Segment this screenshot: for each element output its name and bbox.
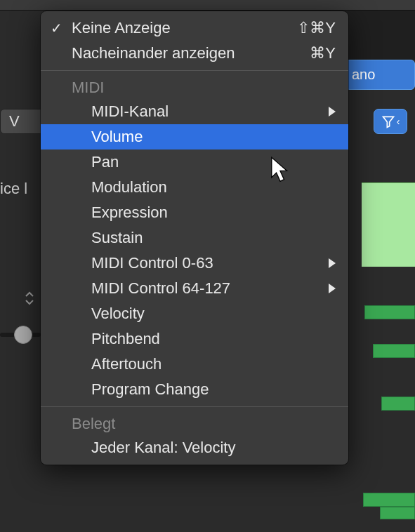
menu-item-label: Pan xyxy=(91,153,119,171)
view-button-label: V xyxy=(9,112,20,131)
menu-item-every-channel-velocity[interactable]: Jeder Kanal: Velocity xyxy=(41,435,348,460)
check-icon: ✓ xyxy=(51,20,62,36)
menu-item-label: Volume xyxy=(91,128,143,146)
region-label: ano xyxy=(352,67,375,83)
menu-item-label: Modulation xyxy=(91,178,167,197)
bg-top-strip xyxy=(0,0,415,11)
menu-separator xyxy=(41,70,348,71)
menu-item-label: Program Change xyxy=(91,380,209,399)
stepper-icon[interactable] xyxy=(25,291,34,308)
midi-note-block[interactable] xyxy=(363,493,415,507)
midi-note-block[interactable] xyxy=(380,507,415,519)
menu-item-modulation[interactable]: Modulation xyxy=(41,175,348,200)
midi-note-block[interactable] xyxy=(373,344,415,358)
menu-item-label: MIDI-Kanal xyxy=(91,102,169,121)
menu-item-midi-channel[interactable]: MIDI-Kanal xyxy=(41,99,348,124)
automation-context-menu[interactable]: ✓ Keine Anzeige ⇧⌘Y Nacheinander anzeige… xyxy=(41,11,348,465)
menu-item-label: Velocity xyxy=(91,305,145,323)
menu-item-aftertouch[interactable]: Aftertouch xyxy=(41,352,348,377)
submenu-arrow-icon xyxy=(329,284,336,293)
filter-button[interactable]: ‹ xyxy=(374,109,407,134)
bg-left-text: ice l xyxy=(0,180,27,198)
menu-item-label: MIDI Control 64-127 xyxy=(91,279,230,298)
menu-shortcut: ⇧⌘Y xyxy=(297,19,336,37)
menu-item-program-change[interactable]: Program Change xyxy=(41,377,348,402)
menu-shortcut: ⌘Y xyxy=(310,44,336,62)
midi-note-block[interactable] xyxy=(364,305,415,319)
menu-item-sustain[interactable]: Sustain xyxy=(41,225,348,251)
menu-item-midi-control-64-127[interactable]: MIDI Control 64-127 xyxy=(41,276,348,301)
midi-note-block[interactable] xyxy=(381,397,415,411)
menu-item-velocity[interactable]: Velocity xyxy=(41,301,348,326)
menu-item-label: Jeder Kanal: Velocity xyxy=(91,439,235,457)
submenu-arrow-icon xyxy=(329,107,336,117)
menu-item-label: Expression xyxy=(91,204,168,222)
menu-item-label: Sustain xyxy=(91,229,143,247)
menu-item-label: Pitchbend xyxy=(91,330,160,348)
submenu-arrow-icon xyxy=(329,258,336,268)
chevron-left-small-icon: ‹ xyxy=(397,116,400,127)
menu-item-label: MIDI Control 0-63 xyxy=(91,254,213,272)
menu-item-expression[interactable]: Expression xyxy=(41,200,348,225)
menu-section-midi: MIDI xyxy=(41,75,348,99)
region-clip[interactable]: ano xyxy=(345,60,415,90)
zoom-slider[interactable] xyxy=(0,321,41,350)
menu-item-midi-control-0-63[interactable]: MIDI Control 0-63 xyxy=(41,251,348,276)
funnel-icon xyxy=(381,114,395,128)
menu-item-no-display[interactable]: ✓ Keine Anzeige ⇧⌘Y xyxy=(41,15,348,41)
menu-item-volume[interactable]: Volume xyxy=(41,124,348,149)
menu-section-used: Belegt xyxy=(41,411,348,435)
menu-item-show-sequential[interactable]: Nacheinander anzeigen ⌘Y xyxy=(41,41,348,66)
slider-knob[interactable] xyxy=(14,326,32,344)
menu-item-label: Keine Anzeige xyxy=(72,19,171,37)
bg-region-green xyxy=(362,182,415,267)
menu-item-label: Nacheinander anzeigen xyxy=(72,44,235,62)
menu-item-label: Aftertouch xyxy=(91,355,162,373)
menu-separator xyxy=(41,406,348,407)
menu-item-pitchbend[interactable]: Pitchbend xyxy=(41,326,348,352)
menu-item-pan[interactable]: Pan xyxy=(41,149,348,175)
